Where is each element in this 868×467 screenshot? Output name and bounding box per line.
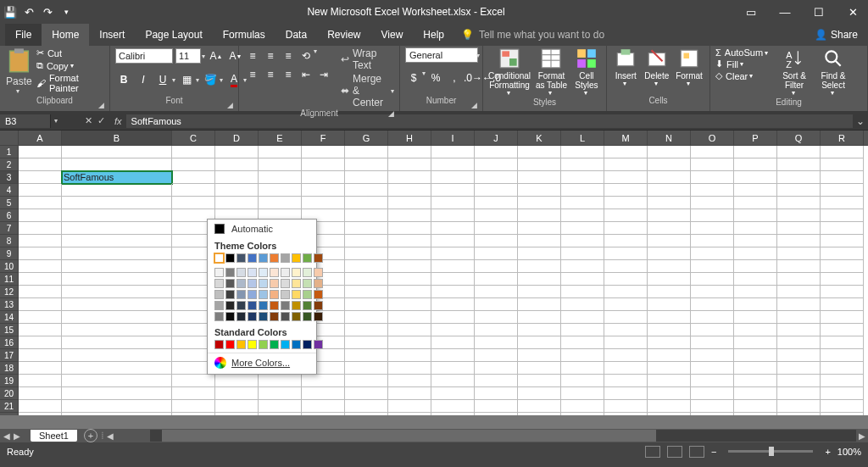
cell-F20[interactable] xyxy=(302,387,345,400)
cell-H11[interactable] xyxy=(388,273,431,286)
cell-H4[interactable] xyxy=(388,184,431,197)
cell-N1[interactable] xyxy=(648,146,691,158)
cell-L15[interactable] xyxy=(561,324,604,336)
cell-J12[interactable] xyxy=(475,286,518,298)
cell-O13[interactable] xyxy=(691,298,734,311)
cell-N11[interactable] xyxy=(648,273,691,286)
color-swatch[interactable] xyxy=(214,301,224,310)
row-header-9[interactable]: 9 xyxy=(0,247,19,260)
view-page-layout-icon[interactable] xyxy=(667,446,682,458)
cell-L2[interactable] xyxy=(561,158,604,171)
cell-O9[interactable] xyxy=(691,247,734,260)
cell-A7[interactable] xyxy=(19,222,62,235)
row-header-18[interactable]: 18 xyxy=(0,362,19,375)
cell-I5[interactable] xyxy=(431,197,475,209)
cell-L5[interactable] xyxy=(561,197,604,209)
cell-K21[interactable] xyxy=(518,400,561,413)
cell-Q16[interactable] xyxy=(777,336,821,349)
color-swatch[interactable] xyxy=(225,279,235,288)
cell-I21[interactable] xyxy=(431,400,475,413)
cell-L19[interactable] xyxy=(561,375,604,387)
cell-G15[interactable] xyxy=(345,324,388,336)
row-header-16[interactable]: 16 xyxy=(0,336,19,349)
cell-I13[interactable] xyxy=(431,298,475,311)
row-header-11[interactable]: 11 xyxy=(0,273,19,286)
cell-E19[interactable] xyxy=(259,375,302,387)
cell-H13[interactable] xyxy=(388,298,431,311)
cell-P9[interactable] xyxy=(734,247,777,260)
color-swatch[interactable] xyxy=(225,301,235,310)
cell-B12[interactable] xyxy=(62,286,172,298)
color-swatch[interactable] xyxy=(303,290,312,299)
cell-A8[interactable] xyxy=(19,235,62,247)
color-swatch[interactable] xyxy=(270,279,279,288)
cell-P10[interactable] xyxy=(734,260,777,273)
cell-M9[interactable] xyxy=(604,247,648,260)
cell-M21[interactable] xyxy=(604,400,648,413)
cell-Q12[interactable] xyxy=(777,286,821,298)
format-painter-button[interactable]: 🖌Format Painter xyxy=(36,73,104,93)
cell-N9[interactable] xyxy=(648,247,691,260)
cell-H19[interactable] xyxy=(388,375,431,387)
cell-I11[interactable] xyxy=(431,273,475,286)
column-header-O[interactable]: O xyxy=(691,131,734,145)
cell-D4[interactable] xyxy=(215,184,259,197)
cell-O21[interactable] xyxy=(691,400,734,413)
cell-P17[interactable] xyxy=(734,349,777,362)
color-swatch[interactable] xyxy=(303,253,312,263)
cell-M17[interactable] xyxy=(604,349,648,362)
color-swatch[interactable] xyxy=(270,312,279,321)
borders-button[interactable]: ▦ xyxy=(178,71,195,88)
cell-L11[interactable] xyxy=(561,273,604,286)
row-header-14[interactable]: 14 xyxy=(0,311,19,324)
cell-Q13[interactable] xyxy=(777,298,821,311)
cell-A17[interactable] xyxy=(19,349,62,362)
cell-R5[interactable] xyxy=(821,197,864,209)
cell-R11[interactable] xyxy=(821,273,864,286)
cell-M6[interactable] xyxy=(604,209,648,222)
qat-customize-icon[interactable]: ▾ xyxy=(59,5,73,19)
cell-F3[interactable] xyxy=(302,171,345,184)
cell-B2[interactable] xyxy=(62,158,172,171)
cell-H5[interactable] xyxy=(388,197,431,209)
row-header-2[interactable]: 2 xyxy=(0,158,19,171)
cell-L18[interactable] xyxy=(561,362,604,375)
color-swatch[interactable] xyxy=(225,340,235,349)
color-swatch[interactable] xyxy=(270,268,279,277)
cell-N18[interactable] xyxy=(648,362,691,375)
cell-M18[interactable] xyxy=(604,362,648,375)
color-swatch[interactable] xyxy=(225,290,235,299)
cell-C20[interactable] xyxy=(172,387,215,400)
cell-G14[interactable] xyxy=(345,311,388,324)
cell-A9[interactable] xyxy=(19,247,62,260)
cell-E2[interactable] xyxy=(259,158,302,171)
copy-button[interactable]: ⧉Copy ▾ xyxy=(36,60,104,71)
cell-Q3[interactable] xyxy=(777,171,821,184)
cell-P13[interactable] xyxy=(734,298,777,311)
color-swatch[interactable] xyxy=(303,279,312,288)
zoom-level[interactable]: 100% xyxy=(837,447,861,457)
color-swatch[interactable] xyxy=(281,279,290,288)
row-header-3[interactable]: 3 xyxy=(0,171,19,184)
alignment-launcher[interactable]: ◢ xyxy=(388,109,394,118)
cell-Q21[interactable] xyxy=(777,400,821,413)
cut-button[interactable]: ✂Cut xyxy=(36,47,104,58)
cell-C4[interactable] xyxy=(172,184,215,197)
cell-B22[interactable] xyxy=(62,413,172,415)
color-swatch[interactable] xyxy=(259,290,268,299)
cell-H12[interactable] xyxy=(388,286,431,298)
cell-F2[interactable] xyxy=(302,158,345,171)
color-swatch[interactable] xyxy=(314,312,323,321)
cell-Q20[interactable] xyxy=(777,387,821,400)
cell-B11[interactable] xyxy=(62,273,172,286)
cell-H10[interactable] xyxy=(388,260,431,273)
cell-F4[interactable] xyxy=(302,184,345,197)
cell-D22[interactable] xyxy=(215,413,259,415)
cell-Q10[interactable] xyxy=(777,260,821,273)
close-icon[interactable]: ✕ xyxy=(841,6,865,19)
cell-H2[interactable] xyxy=(388,158,431,171)
color-swatch[interactable] xyxy=(281,290,290,299)
cell-B19[interactable] xyxy=(62,375,172,387)
cell-K2[interactable] xyxy=(518,158,561,171)
cell-P6[interactable] xyxy=(734,209,777,222)
